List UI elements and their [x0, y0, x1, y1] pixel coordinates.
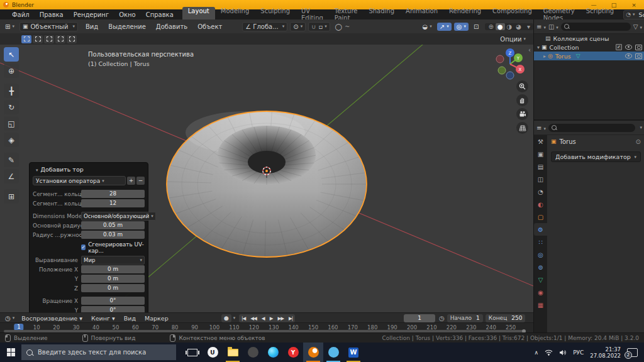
field-select[interactable]: Основной/образующий▾: [81, 212, 156, 221]
properties-tab-world[interactable]: ◐: [534, 198, 547, 211]
shading-solid-button[interactable]: ●: [496, 23, 505, 30]
snap-toggle[interactable]: ∪ ▫▾: [308, 22, 330, 31]
taskbar-clock[interactable]: 21:37 27.08.2022: [590, 346, 621, 359]
properties-tab-texture[interactable]: ▦: [534, 299, 547, 311]
tool-select-box-button[interactable]: ↖: [4, 47, 19, 62]
tool-cursor-button[interactable]: ⊕: [4, 63, 19, 78]
editor-type-button[interactable]: ⊞▾: [3, 23, 17, 31]
operator-presets-dropdown[interactable]: Установки оператора▾: [33, 176, 126, 185]
taskbar-search-input[interactable]: Введите здесь текст для поиска: [21, 344, 176, 360]
select-mode-set-new[interactable]: [21, 35, 31, 43]
notification-center-icon[interactable]: 2: [627, 348, 638, 357]
add-modifier-dropdown[interactable]: Добавить модификатор▾: [551, 151, 641, 162]
taskbar-app-yandex[interactable]: Y: [283, 343, 303, 362]
shading-rendered-button[interactable]: ◕: [514, 23, 523, 30]
taskbar-app-unreal[interactable]: U: [203, 343, 223, 362]
options-dropdown[interactable]: Опции▾: [497, 35, 528, 43]
orientation-dropdown[interactable]: ∠ Глоба...▾: [242, 22, 287, 31]
shading-dropdown[interactable]: ▾: [525, 23, 532, 30]
torus-object[interactable]: [167, 111, 367, 257]
visibility-dropdown[interactable]: ◒▾: [420, 23, 435, 31]
tool-transform-button[interactable]: ◈: [4, 133, 19, 147]
properties-tab-particles[interactable]: ∷: [534, 236, 547, 248]
navigation-gizmo[interactable]: Z Y X: [492, 47, 529, 83]
timeline-ruler[interactable]: 1102030405060708090100110120130140150160…: [0, 322, 533, 333]
add-preset-button[interactable]: +: [127, 177, 135, 185]
shading-wireframe-button[interactable]: ⊕: [486, 23, 495, 30]
properties-tab-output[interactable]: ▤: [534, 160, 547, 173]
tool-measure-button[interactable]: ∠: [4, 169, 19, 184]
properties-tab-object[interactable]: ▢: [534, 211, 547, 223]
remove-preset-button[interactable]: −: [136, 177, 145, 185]
outliner-item-torus[interactable]: ▸◎Torus▽: [534, 52, 644, 60]
checkbox[interactable]: ✓: [81, 244, 86, 250]
viewport-menu[interactable]: Вид: [80, 23, 103, 30]
disable-render-icon[interactable]: [635, 45, 642, 50]
properties-tab-tool[interactable]: ⚒: [534, 135, 547, 148]
outliner-item-collection[interactable]: ▾▣Collection✓: [534, 43, 644, 52]
outliner-filter-icon[interactable]: ◫▾: [548, 23, 558, 30]
outliner-funnel-filter[interactable]: ▽▾: [633, 23, 642, 30]
keying-dropdown[interactable]: ▾: [233, 315, 236, 321]
expand-caret[interactable]: ▾: [535, 45, 541, 50]
overlays-toggle[interactable]: ◎▾: [454, 23, 469, 31]
scene-selector[interactable]: ◔ ▾ Scene ×: [623, 10, 644, 19]
wifi-icon[interactable]: [545, 349, 553, 356]
properties-tab-constraints[interactable]: ⊚: [534, 261, 547, 273]
properties-options-dropdown[interactable]: ▾: [640, 125, 642, 130]
outliner-item-коллекция-сцены[interactable]: ▤Коллекция сцены: [534, 34, 644, 43]
gizmos-toggle[interactable]: ↗▾: [437, 23, 452, 31]
tool-scale-button[interactable]: ◱: [4, 116, 19, 131]
menubar-menu[interactable]: Рендеринг: [69, 11, 114, 18]
timeline-menu[interactable]: Вид: [119, 315, 140, 322]
pan-view-button[interactable]: [516, 94, 528, 106]
scene-name[interactable]: Scene: [635, 11, 644, 18]
viewport-menu[interactable]: Выделение: [103, 23, 151, 30]
play-reverse-button[interactable]: ◀: [259, 315, 267, 321]
field-value[interactable]: 0°: [81, 306, 145, 312]
timeline-menu[interactable]: Кеинг ▾: [87, 315, 119, 322]
select-mode-subtract[interactable]: [44, 35, 54, 43]
auto-keying-toggle[interactable]: ●: [221, 314, 231, 322]
timeline-menu[interactable]: Маркер: [140, 315, 173, 322]
zoom-view-button[interactable]: [516, 80, 528, 92]
pivot-dropdown[interactable]: ⊙▾: [290, 22, 306, 31]
taskbar-app-word[interactable]: W: [343, 343, 364, 362]
taskbar-app-edge[interactable]: [263, 343, 283, 362]
volume-icon[interactable]: [559, 349, 567, 356]
jump-to-end-button[interactable]: ▶|: [286, 315, 295, 321]
shading-material-button[interactable]: ◑: [505, 23, 514, 30]
outliner-display-mode[interactable]: ≡▾: [536, 23, 546, 30]
viewport-3d[interactable]: Пользовательская перспектива (1) Collect…: [0, 45, 533, 312]
selectability-checkbox[interactable]: ✓: [616, 44, 622, 50]
frame-start-field[interactable]: Начало1: [447, 314, 483, 322]
hide-eye-icon[interactable]: [625, 45, 632, 50]
tool-annotate-button[interactable]: ✎: [4, 153, 19, 167]
properties-tab-scene[interactable]: ◔: [534, 185, 547, 198]
axis-neg-z-handle[interactable]: [506, 72, 514, 79]
camera-view-button[interactable]: [516, 108, 528, 120]
properties-tab-material[interactable]: ◉: [534, 286, 547, 299]
field-value[interactable]: 0.05 m: [81, 221, 145, 229]
hide-eye-icon[interactable]: [625, 53, 632, 58]
taskbar-app-gimp[interactable]: [243, 343, 263, 362]
field-value[interactable]: 0°: [81, 297, 145, 305]
properties-tab-render[interactable]: ▣: [534, 148, 547, 160]
taskbar-app-blender[interactable]: [303, 343, 323, 362]
jump-to-start-button[interactable]: |◀: [239, 315, 248, 321]
breadcrumb-object-name[interactable]: Torus: [560, 138, 576, 145]
xray-toggle[interactable]: ⊡: [471, 23, 481, 31]
jump-to-next-keyframe-button[interactable]: ▶▶: [275, 315, 286, 321]
axis-neg-x-handle[interactable]: [496, 55, 504, 63]
field-select[interactable]: Мир▾: [81, 256, 145, 265]
start-button[interactable]: [0, 343, 21, 362]
close-button[interactable]: ×: [624, 2, 644, 8]
item-label[interactable]: Коллекция сцены: [553, 35, 609, 42]
frame-end-field[interactable]: Конец250: [486, 314, 526, 322]
properties-editor-icon[interactable]: ≡▾: [536, 124, 546, 131]
current-frame-field[interactable]: 1: [404, 314, 435, 322]
field-value[interactable]: 0.03 m: [81, 231, 145, 239]
language-indicator[interactable]: РУС: [573, 349, 584, 356]
tray-expand-icon[interactable]: ∧: [535, 349, 539, 356]
tool-add-cube-button[interactable]: ⊞: [4, 189, 19, 204]
